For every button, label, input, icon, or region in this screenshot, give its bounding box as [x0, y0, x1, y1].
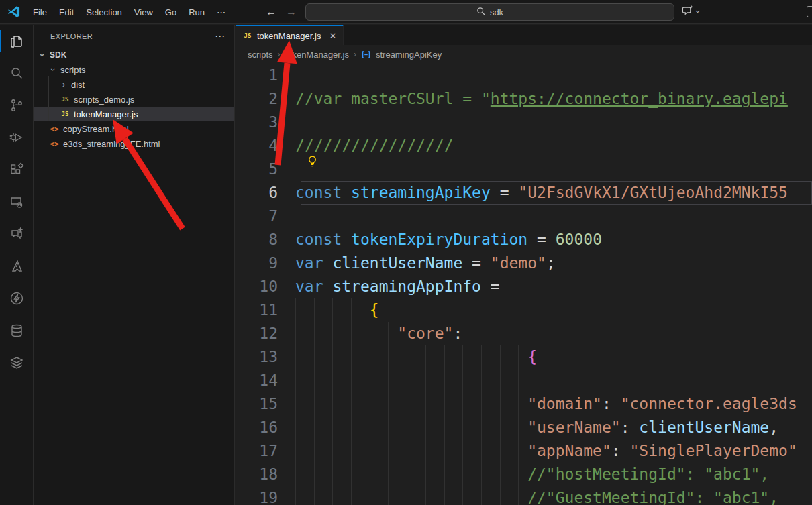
breadcrumb-symbol[interactable]: streamingApiKey	[376, 50, 442, 60]
code-text: /////////////////	[295, 134, 812, 158]
code-line-10[interactable]: 10var streamingAppInfo =	[236, 275, 812, 298]
line-number: 13	[236, 345, 295, 369]
token-op: :	[453, 325, 462, 342]
menu-go[interactable]: Go	[159, 5, 183, 20]
code-text	[295, 369, 812, 392]
search-input[interactable]: sdk	[305, 3, 674, 21]
azure-icon[interactable]	[0, 250, 34, 282]
menu-file[interactable]: File	[27, 5, 53, 20]
line-number: 9	[236, 251, 295, 275]
lightbulb-icon[interactable]	[306, 155, 319, 170]
code-text: var clientUserName = "demo";	[295, 251, 812, 275]
code-line-1[interactable]: 1	[236, 64, 812, 87]
tree-item-label: scripts_demo.js	[74, 95, 134, 105]
chevron-down-icon: ›	[38, 51, 47, 59]
line-number: 15	[236, 392, 295, 416]
search-view-icon[interactable]	[0, 57, 34, 89]
code-text: "core":	[295, 322, 812, 345]
code-text: "userName": clientUserName,	[295, 416, 812, 439]
code-text	[295, 158, 812, 181]
menu-run[interactable]: Run	[183, 5, 211, 20]
tab-tokenmanager[interactable]: JS tokenManager.js ✕	[236, 25, 344, 45]
remote-explorer-icon[interactable]	[0, 186, 34, 218]
menu-view[interactable]: View	[128, 5, 159, 20]
menu-more[interactable]: ⋯	[211, 5, 232, 20]
line-number: 2	[236, 87, 295, 111]
code-line-13[interactable]: 13{	[236, 345, 812, 369]
copilot-menu[interactable]: ›	[682, 4, 699, 19]
token-kw: var	[295, 254, 332, 272]
forward-arrow-icon[interactable]: →	[286, 6, 297, 18]
code-line-12[interactable]: 12"core":	[236, 322, 812, 345]
line-number: 18	[236, 463, 295, 486]
token-str: "U2FsdGVkX1/GXtUjeoAhd2MNkI55	[518, 184, 788, 201]
token-str: "domain"	[527, 395, 602, 412]
token-str: "core"	[397, 325, 453, 342]
tree-item-tokenmanager-js[interactable]: JStokenManager.js	[34, 107, 234, 121]
breadcrumb-file[interactable]: tokenManager.js	[285, 50, 349, 60]
run-debug-icon[interactable]	[0, 121, 34, 154]
menu-edit[interactable]: Edit	[53, 5, 80, 20]
line-number: 8	[236, 228, 295, 251]
thunder-client-icon[interactable]	[0, 282, 34, 315]
code-editor[interactable]: 12//var masterCSUrl = "https://connector…	[236, 64, 812, 505]
code-line-5[interactable]: 5	[236, 158, 812, 181]
tree-item-sdk[interactable]: ›SDK	[34, 48, 234, 62]
token-kw: const	[295, 184, 351, 201]
layers-icon[interactable]	[0, 347, 34, 379]
vscode-logo-icon	[7, 5, 21, 21]
code-line-6[interactable]: 6const streamingApiKey = "U2FsdGVkX1/GXt…	[236, 181, 812, 205]
token-cmt: //"GuestMeetingId": "abc1",	[527, 489, 778, 505]
token-op: =	[481, 278, 500, 295]
code-line-2[interactable]: 2//var masterCSUrl = "https://connector_…	[236, 87, 812, 111]
code-line-18[interactable]: 18//"hostMeetingId": "abc1",	[236, 463, 812, 486]
layout-panel-icon[interactable]	[807, 6, 812, 17]
back-arrow-icon[interactable]: ←	[266, 6, 276, 18]
line-number: 12	[236, 322, 295, 345]
chat-sparkle-icon[interactable]	[0, 218, 34, 250]
database-icon[interactable]	[0, 315, 34, 347]
code-text	[295, 205, 812, 228]
menu-bar: File Edit Selection View Go Run ⋯	[27, 0, 232, 24]
token-cmtlink: https://connector_binary.eaglepi	[491, 90, 788, 107]
code-line-7[interactable]: 7	[236, 205, 812, 228]
html-file-icon: <>	[49, 125, 60, 133]
history-nav: ← →	[266, 0, 297, 24]
tree-item-e3ds-streaming-fe-html[interactable]: <>e3ds_streaming_FE.html	[34, 136, 234, 151]
breadcrumb-separator: ›	[278, 50, 281, 59]
code-line-15[interactable]: 15"domain": "connector.eagle3ds	[236, 392, 812, 416]
code-line-4[interactable]: 4/////////////////	[236, 134, 812, 158]
code-text: {	[295, 345, 812, 369]
menu-selection[interactable]: Selection	[80, 5, 128, 20]
code-line-16[interactable]: 16"userName": clientUserName,	[236, 416, 812, 439]
token-op: ,	[769, 418, 778, 436]
code-text	[295, 111, 812, 134]
token-bp: {	[527, 348, 537, 366]
code-line-11[interactable]: 11{	[236, 298, 812, 322]
code-line-14[interactable]: 14	[236, 369, 812, 392]
extensions-icon[interactable]	[0, 154, 34, 186]
explorer-title: EXPLORER	[50, 32, 93, 40]
tree-item-dist[interactable]: ›dist	[34, 77, 234, 92]
code-line-9[interactable]: 9var clientUserName = "demo";	[236, 251, 812, 275]
search-icon	[476, 7, 486, 18]
indent-guides	[295, 322, 397, 345]
token-op: =	[527, 231, 556, 248]
tab-close-icon[interactable]: ✕	[329, 31, 336, 41]
source-control-icon[interactable]	[0, 89, 34, 121]
code-text: const streamingApiKey = "U2FsdGVkX1/GXtU…	[295, 181, 812, 205]
token-kw: const	[295, 231, 351, 248]
tree-item-scripts-demo-js[interactable]: JSscripts_demo.js	[34, 92, 234, 107]
explorer-more-actions-icon[interactable]: ⋯	[215, 30, 225, 42]
code-line-17[interactable]: 17"appName": "SinglePlayerDemo"	[236, 439, 812, 463]
code-line-3[interactable]: 3	[236, 111, 812, 134]
token-vname: clientUserName	[332, 254, 462, 272]
code-text: {	[295, 298, 812, 322]
code-line-19[interactable]: 19//"GuestMeetingId": "abc1",	[236, 486, 812, 505]
code-line-8[interactable]: 8const tokenExpiryDuration = 60000	[236, 228, 812, 251]
tree-item-scripts[interactable]: ›scripts	[34, 62, 234, 77]
line-number: 1	[236, 64, 295, 87]
tree-item-copystream-html[interactable]: <>copyStream.html	[34, 121, 234, 136]
breadcrumb-scripts[interactable]: scripts	[248, 50, 273, 60]
explorer-icon[interactable]	[0, 25, 34, 57]
